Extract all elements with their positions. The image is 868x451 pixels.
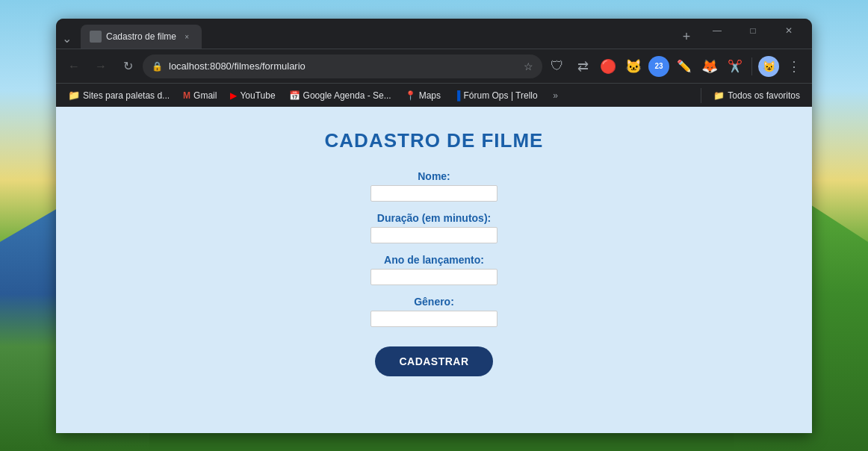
bookmark-gmail-label: Gmail [193, 90, 217, 101]
youtube-icon: ▶ [230, 90, 237, 101]
pen-extension-icon[interactable]: ✏️ [672, 55, 696, 78]
tab-bar-left: ⌄ [62, 31, 75, 46]
tab-close-button[interactable]: × [181, 31, 193, 43]
bookmark-google-agenda[interactable]: 📅 Google Agenda - Se... [283, 87, 397, 104]
tab-favicon [90, 31, 102, 43]
crop-extension-icon[interactable]: ✂️ [723, 55, 747, 78]
maps-icon: 📍 [405, 90, 416, 101]
tab-title: Cadastro de filme [106, 31, 176, 42]
back-button[interactable]: ← [62, 55, 86, 78]
url-text: localhost:8080/filmes/formulario [169, 60, 518, 72]
input-genero[interactable] [371, 311, 497, 327]
profile-avatar: 😺 [758, 56, 779, 77]
refresh-button[interactable]: ↻ [116, 55, 140, 78]
gmail-icon: M [183, 90, 190, 101]
bookmarks-divider [701, 88, 701, 103]
bookmark-paletas[interactable]: 📁 Sites para paletas d... [62, 87, 176, 104]
trello-icon: ▐ [454, 90, 461, 101]
bookmark-maps[interactable]: 📍 Maps [399, 87, 447, 104]
page-content: CADASTRO DE FILME Nome: Duração (em minu… [56, 107, 812, 433]
agenda-icon: 📅 [289, 90, 300, 101]
red-extension-icon[interactable]: 🔴 [596, 55, 620, 78]
bookmark-trello[interactable]: ▐ Fórum Ops | Trello [448, 87, 544, 104]
label-nome: Nome: [418, 170, 450, 182]
tab-group: Cadastro de filme × [81, 25, 673, 49]
calendar-badge: 23 [648, 56, 669, 77]
vpn-extension-icon[interactable]: 🛡 [545, 55, 569, 78]
folder-icon: 📁 [68, 90, 80, 101]
bookmark-star-icon[interactable]: ☆ [524, 60, 533, 72]
bookmark-maps-label: Maps [419, 90, 441, 101]
address-bar[interactable]: 🔒 localhost:8080/filmes/formulario ☆ [143, 55, 542, 78]
all-favorites-button[interactable]: 📁 Todos os favoritos [707, 87, 806, 104]
cat-extension-icon[interactable]: 🦊 [698, 55, 722, 78]
more-bookmarks-button[interactable]: » [545, 87, 566, 104]
calendar-extension-icon[interactable]: 23 [647, 55, 671, 78]
tab-bar: ⌄ Cadastro de filme × + — □ ✕ [56, 19, 812, 49]
bookmarks-bar: 📁 Sites para paletas d... M Gmail ▶ YouT… [56, 83, 812, 107]
bookmark-gmail[interactable]: M Gmail [177, 87, 223, 104]
new-tab-button[interactable]: + [676, 26, 697, 47]
profile-button[interactable]: 😺 [757, 55, 781, 78]
minimize-button[interactable]: — [700, 19, 734, 43]
security-icon: 🔒 [152, 61, 163, 72]
svg-rect-0 [91, 32, 100, 41]
menu-button[interactable]: ⋮ [782, 55, 806, 78]
pokemon-extension-icon[interactable]: 🐱 [621, 55, 645, 78]
browser-window: ⌄ Cadastro de filme × + — □ ✕ ← → ↻ [56, 19, 812, 433]
page-title: CADASTRO DE FILME [325, 129, 544, 152]
favorites-folder-icon: 📁 [713, 90, 725, 101]
tab-strip-toggle[interactable]: ⌄ [62, 31, 72, 46]
toolbar: ← → ↻ 🔒 localhost:8080/filmes/formulario… [56, 49, 812, 83]
input-nome[interactable] [371, 185, 497, 202]
toolbar-icons: 🛡 ⇄ 🔴 🐱 23 ✏️ 🦊 ✂️ 😺 ⋮ [545, 55, 806, 78]
bookmark-trello-label: Fórum Ops | Trello [464, 90, 538, 101]
input-ano[interactable] [371, 269, 497, 285]
bookmark-agenda-label: Google Agenda - Se... [303, 90, 391, 101]
field-duracao: Duração (em minutos): [371, 212, 497, 243]
forward-button[interactable]: → [89, 55, 113, 78]
label-genero: Gênero: [414, 296, 454, 308]
window-controls: — □ ✕ [700, 19, 806, 43]
toolbar-divider [751, 57, 752, 75]
close-button[interactable]: ✕ [772, 19, 806, 43]
field-ano: Ano de lançamento: [371, 254, 497, 285]
translate-extension-icon[interactable]: ⇄ [571, 55, 595, 78]
field-nome: Nome: [371, 170, 497, 202]
registration-form: Nome: Duração (em minutos): Ano de lança… [71, 170, 797, 376]
maximize-button[interactable]: □ [736, 19, 770, 43]
bookmark-paletas-label: Sites para paletas d... [83, 90, 170, 101]
field-genero: Gênero: [371, 296, 497, 327]
submit-button[interactable]: CADASTRAR [375, 346, 492, 376]
bookmark-youtube-label: YouTube [240, 90, 275, 101]
active-tab[interactable]: Cadastro de filme × [81, 25, 202, 49]
all-favorites-label: Todos os favoritos [728, 90, 800, 101]
label-ano: Ano de lançamento: [384, 254, 484, 266]
bookmark-youtube[interactable]: ▶ YouTube [224, 87, 281, 104]
label-duracao: Duração (em minutos): [377, 212, 491, 224]
input-duracao[interactable] [371, 227, 497, 243]
bookmarks-right: 📁 Todos os favoritos [698, 87, 806, 104]
